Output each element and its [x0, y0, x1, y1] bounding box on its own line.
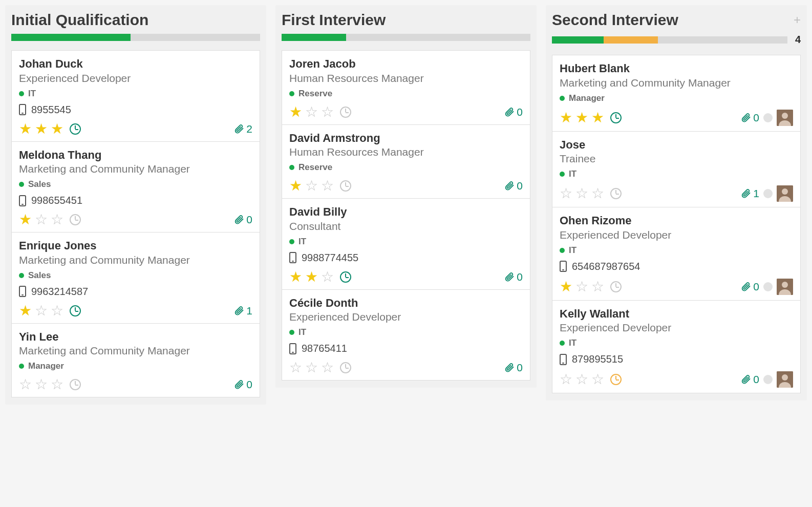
- star-icon[interactable]: ★: [591, 111, 604, 125]
- avatar[interactable]: [777, 110, 793, 126]
- candidate-role: Human Resources Manager: [289, 146, 523, 158]
- star-icon[interactable]: ☆: [575, 186, 588, 201]
- phone-text: 8955545: [31, 104, 71, 116]
- star-icon[interactable]: ☆: [321, 361, 334, 375]
- avatar[interactable]: [777, 279, 793, 295]
- star-icon[interactable]: ☆: [305, 105, 318, 119]
- star-icon[interactable]: ☆: [51, 304, 63, 318]
- clock-icon[interactable]: [340, 107, 351, 118]
- clock-icon[interactable]: [340, 362, 351, 373]
- kanban-column: Second Interview + 4 Hubert Blank Market…: [546, 5, 807, 400]
- star-icon[interactable]: ☆: [51, 377, 63, 392]
- clock-icon[interactable]: [610, 374, 622, 385]
- star-icon[interactable]: ☆: [289, 361, 302, 375]
- attachment-count[interactable]: 0: [234, 378, 252, 391]
- star-icon[interactable]: ★: [19, 122, 32, 136]
- clock-icon[interactable]: [610, 281, 622, 292]
- star-icon[interactable]: ★: [289, 105, 302, 119]
- star-rating[interactable]: ☆☆☆: [560, 372, 622, 387]
- candidate-card[interactable]: Enrique Jones Marketing and Community Ma…: [12, 233, 260, 324]
- star-icon[interactable]: ☆: [35, 213, 48, 227]
- star-rating[interactable]: ☆☆☆: [289, 361, 351, 375]
- star-icon[interactable]: ☆: [575, 372, 588, 387]
- clock-icon[interactable]: [610, 188, 622, 199]
- star-rating[interactable]: ☆☆☆: [560, 186, 622, 201]
- star-rating[interactable]: ★★☆: [289, 270, 351, 284]
- star-icon[interactable]: ★: [575, 111, 588, 125]
- star-icon[interactable]: ☆: [35, 304, 48, 318]
- candidate-card[interactable]: Hubert Blank Marketing and Community Man…: [552, 55, 800, 132]
- clock-icon[interactable]: [610, 112, 622, 123]
- phone-icon: [19, 286, 26, 297]
- star-icon[interactable]: ★: [560, 280, 572, 294]
- star-icon[interactable]: ★: [560, 111, 572, 125]
- attachment-count[interactable]: 1: [741, 187, 759, 200]
- star-icon[interactable]: ★: [289, 179, 302, 193]
- star-icon[interactable]: ☆: [575, 280, 588, 294]
- star-icon[interactable]: ☆: [19, 377, 32, 392]
- star-icon[interactable]: ☆: [321, 270, 334, 284]
- star-rating[interactable]: ★☆☆: [19, 213, 81, 227]
- attachment-count[interactable]: 0: [741, 281, 759, 293]
- attachment-count[interactable]: 0: [504, 362, 523, 374]
- candidate-card[interactable]: David Billy Consultant IT 9988774455 ★★☆: [282, 199, 530, 290]
- attachment-count[interactable]: 0: [741, 373, 759, 386]
- star-icon[interactable]: ☆: [560, 372, 572, 387]
- candidate-card[interactable]: Meldona Thang Marketing and Community Ma…: [12, 142, 260, 233]
- star-rating[interactable]: ☆☆☆: [19, 377, 81, 392]
- star-rating[interactable]: ★☆☆: [289, 105, 351, 119]
- candidate-card[interactable]: Yin Lee Marketing and Community Manager …: [12, 324, 260, 397]
- attachment-count[interactable]: 2: [234, 123, 252, 135]
- star-rating[interactable]: ★★★: [560, 111, 622, 125]
- clock-icon[interactable]: [70, 305, 81, 316]
- candidate-card[interactable]: Jose Trainee IT ☆☆☆ 1: [552, 132, 800, 208]
- phone-row: 9963214587: [19, 286, 252, 298]
- star-icon[interactable]: ☆: [35, 377, 48, 392]
- star-icon[interactable]: ★: [35, 122, 48, 136]
- star-icon[interactable]: ☆: [305, 179, 318, 193]
- clock-icon[interactable]: [70, 379, 81, 390]
- status-dot: [763, 113, 773, 122]
- star-icon[interactable]: ☆: [591, 186, 604, 201]
- candidate-card[interactable]: Cécile Donth Experienced Developer IT 98…: [282, 290, 530, 381]
- attachment-count[interactable]: 0: [234, 214, 252, 226]
- clock-icon[interactable]: [70, 214, 81, 225]
- attachment-count[interactable]: 0: [504, 106, 523, 118]
- candidate-card[interactable]: Joren Jacob Human Resources Manager Rese…: [282, 51, 530, 125]
- candidate-card[interactable]: Kelly Wallant Experienced Developer IT 8…: [552, 301, 800, 393]
- star-icon[interactable]: ☆: [591, 372, 604, 387]
- attachment-count[interactable]: 0: [504, 271, 523, 283]
- clock-icon[interactable]: [70, 123, 81, 135]
- card-footer: ★★☆ 0: [289, 270, 523, 284]
- clock-icon[interactable]: [340, 180, 351, 192]
- attach-number: 0: [753, 112, 759, 124]
- star-icon[interactable]: ☆: [51, 213, 63, 227]
- card-footer: ★☆☆ 0: [289, 179, 523, 193]
- star-icon[interactable]: ☆: [591, 280, 604, 294]
- attachment-count[interactable]: 0: [504, 180, 523, 192]
- column-count: 4: [795, 34, 801, 46]
- star-icon[interactable]: ★: [289, 270, 302, 284]
- avatar[interactable]: [777, 371, 793, 388]
- attach-group: 1: [741, 185, 793, 202]
- candidate-card[interactable]: Ohen Rizome Experienced Developer IT 654…: [552, 207, 800, 301]
- star-icon[interactable]: ☆: [560, 186, 572, 201]
- star-rating[interactable]: ★★★: [19, 122, 81, 136]
- star-rating[interactable]: ★☆☆: [289, 179, 351, 193]
- star-rating[interactable]: ★☆☆: [19, 304, 81, 318]
- star-rating[interactable]: ★☆☆: [560, 280, 622, 294]
- candidate-card[interactable]: Johan Duck Experienced Developer IT 8955…: [12, 51, 260, 142]
- star-icon[interactable]: ★: [19, 213, 32, 227]
- attachment-count[interactable]: 0: [741, 112, 759, 124]
- star-icon[interactable]: ☆: [321, 105, 334, 119]
- star-icon[interactable]: ☆: [321, 179, 334, 193]
- star-icon[interactable]: ★: [19, 304, 32, 318]
- candidate-card[interactable]: David Armstrong Human Resources Manager …: [282, 125, 530, 199]
- star-icon[interactable]: ★: [51, 122, 63, 136]
- clock-icon[interactable]: [340, 271, 351, 283]
- attachment-count[interactable]: 1: [234, 305, 252, 317]
- add-card-button[interactable]: +: [794, 13, 801, 27]
- avatar[interactable]: [777, 185, 793, 202]
- star-icon[interactable]: ☆: [305, 361, 318, 375]
- star-icon[interactable]: ★: [305, 270, 318, 284]
